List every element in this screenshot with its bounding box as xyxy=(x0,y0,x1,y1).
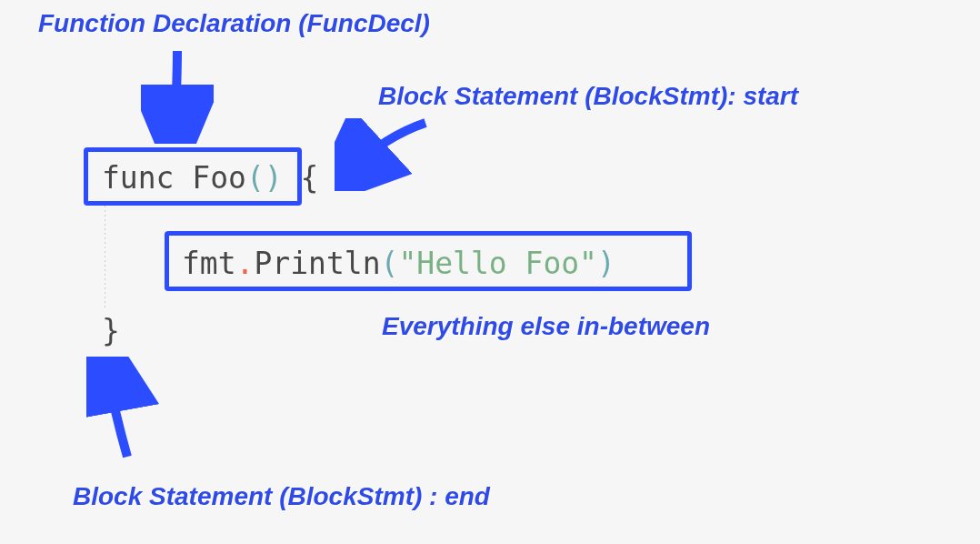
code-dot: . xyxy=(236,246,255,281)
annotation-blockend: Block Statement (BlockStmt) : end xyxy=(73,482,490,511)
code-paren-close: ) xyxy=(597,246,615,281)
code-brace-close: } xyxy=(102,313,120,348)
code-keyword-func: func xyxy=(102,160,174,196)
arrow-funcdecl xyxy=(141,44,214,144)
arrow-blockstart xyxy=(335,118,435,191)
code-parens: () xyxy=(246,160,283,196)
arrow-blockend xyxy=(86,357,159,466)
code-line-1: func Foo() { xyxy=(102,160,318,196)
code-paren-open: ( xyxy=(381,246,399,281)
annotation-inbetween: Everything else in-between xyxy=(382,312,710,341)
annotation-funcdecl: Function Declaration (FuncDecl) xyxy=(38,9,430,38)
annotation-blockstart: Block Statement (BlockStmt): start xyxy=(378,82,798,111)
code-line-3: } xyxy=(102,313,120,348)
code-func-name: Foo xyxy=(174,160,245,196)
code-brace-open: { xyxy=(283,160,319,196)
code-fn: Println xyxy=(254,246,380,281)
code-string-literal: "Hello Foo" xyxy=(398,246,597,281)
code-pkg: fmt xyxy=(182,246,236,281)
code-line-2: fmt.Println("Hello Foo") xyxy=(182,246,615,281)
indent-guide xyxy=(105,206,105,310)
